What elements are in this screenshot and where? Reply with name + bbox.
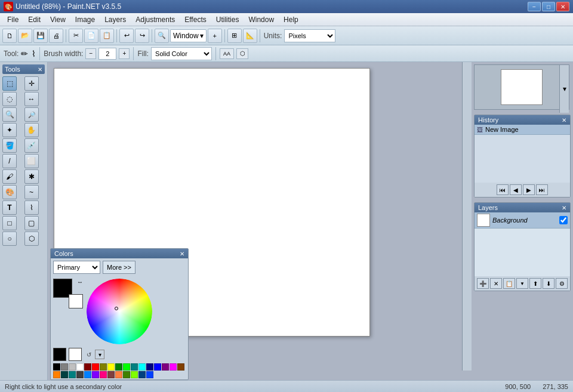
tool-freeform[interactable]: ⬡ [24,232,39,246]
new-button[interactable]: 🗋 [2,29,17,43]
palette-color-swatch[interactable] [92,371,99,378]
palette-color-swatch[interactable] [53,371,60,378]
tool-recolor[interactable]: 🎨 [2,185,17,199]
tool-smudge[interactable]: ~ [24,185,39,199]
print-button[interactable]: 🖨 [49,29,63,43]
tool-move-selected[interactable]: ↔ [24,92,39,106]
copy-button[interactable]: 📄 [84,29,98,43]
palette-color-swatch[interactable] [154,363,161,371]
save-button[interactable]: 💾 [33,29,48,43]
layer-down-button[interactable]: ⬇ [543,278,554,289]
palette-color-swatch[interactable] [76,371,84,378]
blend-mode-button[interactable]: ⬡ [236,48,248,59]
palette-color-swatch[interactable] [115,371,122,378]
palette-color-swatch[interactable] [170,363,177,371]
palette-color-swatch[interactable] [69,363,76,371]
color-wheel[interactable] [87,279,152,344]
palette-color-swatch[interactable] [138,371,146,378]
palette-color-swatch[interactable] [146,363,153,371]
menu-edit[interactable]: Edit [23,14,45,25]
palette-color-swatch[interactable] [100,371,107,378]
vertical-scrollbar[interactable] [462,62,472,371]
tool-pan[interactable]: ✋ [24,123,39,137]
zoom-dropdown[interactable]: Window ▾ [170,29,207,42]
layer-up-button[interactable]: ⬆ [529,278,541,289]
secondary-color-box[interactable] [69,294,83,308]
cut-button[interactable]: ✂ [69,29,83,43]
background-color-swatch[interactable] [69,348,82,361]
redo-button[interactable]: ↪ [135,29,149,43]
palette-color-swatch[interactable] [138,363,146,371]
tool-eraser[interactable]: ⬜ [24,154,39,168]
palette-color-swatch[interactable] [92,363,99,371]
tool-line[interactable]: ⌇ [24,200,39,215]
palette-color-swatch[interactable] [107,363,115,371]
antialiasing-button[interactable]: AA [220,48,234,59]
menu-image[interactable]: Image [70,14,100,25]
color-options-button[interactable]: ▾ [95,350,104,359]
fill-select[interactable]: Solid Color No Fill Linear Gradient [151,47,212,60]
units-select[interactable]: Pixels Centimeters Inches [284,29,335,42]
brush-increase-button[interactable]: + [119,48,130,59]
brush-decrease-button[interactable]: − [85,48,96,59]
tool-rectangle-select[interactable]: ⬚ [2,76,17,91]
palette-color-swatch[interactable] [53,363,60,371]
history-close-button[interactable]: ✕ [562,117,566,124]
layer-add-button[interactable]: ➕ [477,278,489,289]
layer-properties-button[interactable]: ⚙ [556,278,568,289]
history-item[interactable]: 🖼 New Image [475,125,570,135]
palette-color-swatch[interactable] [123,371,130,378]
thumbnail-scroll[interactable]: ▾ [559,65,569,113]
tool-color-picker[interactable]: 💉 [24,138,39,153]
history-prev-button[interactable]: ◀ [510,184,522,195]
palette-color-swatch[interactable] [146,371,153,378]
palette-color-swatch[interactable] [61,363,68,371]
close-button[interactable]: ✕ [556,2,569,11]
layer-merge-button[interactable]: ▼ [516,278,528,289]
palette-color-swatch[interactable] [84,363,91,371]
menu-window[interactable]: Window [244,14,279,25]
menu-layers[interactable]: Layers [100,14,131,25]
tool-zoom2[interactable]: 🔎 [24,107,39,122]
more-colors-button[interactable]: More >> [103,261,135,274]
zoom-out-button[interactable]: 🔍 [155,29,169,43]
palette-color-swatch[interactable] [61,371,68,378]
palette-color-swatch[interactable] [100,363,107,371]
zoom-in-button[interactable]: + [208,29,222,43]
grid-button[interactable]: ⊞ [227,29,242,43]
menu-view[interactable]: View [45,14,70,25]
palette-color-swatch[interactable] [123,363,130,371]
history-next-button[interactable]: ▶ [523,184,535,195]
layer-item-background[interactable]: Background [475,212,570,229]
menu-adjustments[interactable]: Adjustments [131,14,180,25]
tool-rectangle[interactable]: □ [2,216,17,230]
menu-utilities[interactable]: Utilities [211,14,244,25]
palette-color-swatch[interactable] [177,363,184,371]
reset-colors-icon[interactable]: ↺ [87,351,91,358]
open-button[interactable]: 📂 [18,29,32,43]
paste-button[interactable]: 📋 [100,29,114,43]
tool-paint-bucket[interactable]: 🪣 [2,138,17,153]
palette-color-swatch[interactable] [76,363,84,371]
layer-duplicate-button[interactable]: 📋 [503,278,515,289]
palette-color-swatch[interactable] [131,371,138,378]
tool-clone-stamp[interactable]: ✱ [24,169,39,184]
tool-lasso[interactable]: ◌ [2,92,17,106]
tool-rounded-rect[interactable]: ▢ [24,216,39,230]
palette-color-swatch[interactable] [115,363,122,371]
history-first-button[interactable]: ⏮ [497,184,509,195]
menu-file[interactable]: File [2,14,23,25]
rulers-button[interactable]: 📐 [243,29,257,43]
history-last-button[interactable]: ⏭ [536,184,548,195]
maximize-button[interactable]: □ [542,2,555,11]
undo-button[interactable]: ↩ [119,29,134,43]
palette-color-swatch[interactable] [84,371,91,378]
layers-close-button[interactable]: ✕ [562,205,566,211]
palette-color-swatch[interactable] [162,363,169,371]
layer-delete-button[interactable]: ✕ [490,278,502,289]
menu-effects[interactable]: Effects [180,14,211,25]
tools-close-button[interactable]: ✕ [38,66,42,73]
palette-color-swatch[interactable] [131,363,138,371]
tool-pencil[interactable]: / [2,154,17,168]
tool-move[interactable]: ✛ [24,76,39,91]
